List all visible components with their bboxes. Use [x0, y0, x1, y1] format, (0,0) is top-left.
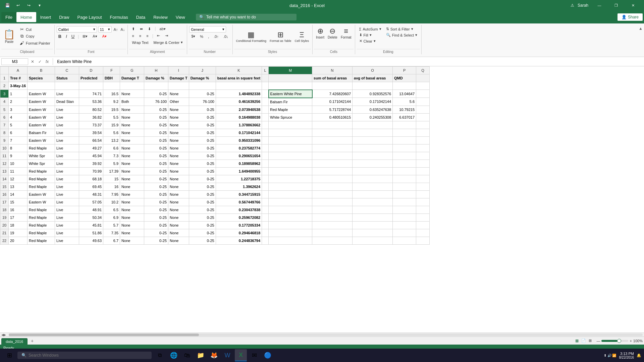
percent-button[interactable]: %: [198, 34, 205, 39]
cell[interactable]: 19: [9, 229, 28, 237]
minimize-button[interactable]: —: [592, 0, 607, 11]
cell[interactable]: 0.164988038: [216, 113, 262, 121]
cell[interactable]: [353, 129, 393, 136]
cell[interactable]: [262, 198, 269, 206]
row-header-20[interactable]: 20: [0, 221, 9, 229]
cell[interactable]: 6: [9, 129, 28, 136]
row-header-1[interactable]: 1: [0, 74, 9, 82]
cell[interactable]: 5: [9, 121, 28, 129]
underline-button[interactable]: U: [70, 34, 76, 39]
normal-view-button[interactable]: ▦: [575, 338, 579, 344]
cell[interactable]: 0.237582774: [216, 144, 262, 152]
insert-cell-button[interactable]: ⊕ Insert: [315, 26, 326, 47]
cell[interactable]: None: [120, 214, 144, 221]
cell[interactable]: Red Maple: [28, 175, 55, 183]
cell[interactable]: 1.3962624: [216, 183, 262, 190]
menu-view[interactable]: View: [172, 12, 189, 22]
col-header-A[interactable]: A: [9, 67, 28, 74]
row-header-2[interactable]: 2: [0, 82, 9, 90]
comma-button[interactable]: ,: [206, 34, 211, 39]
cell[interactable]: 0-25: [189, 152, 216, 160]
cell[interactable]: [393, 229, 416, 237]
align-middle-button[interactable]: ⬌: [138, 26, 145, 32]
cell[interactable]: 0-25: [144, 129, 168, 136]
cell[interactable]: Red Maple: [28, 144, 55, 152]
taskbar-store-button[interactable]: 🛍: [181, 349, 193, 351]
cell[interactable]: Live: [55, 214, 79, 221]
align-left-button[interactable]: ≡: [130, 33, 136, 39]
cell[interactable]: 0.928352576: [353, 90, 393, 98]
decrease-indent-button[interactable]: ⇤: [155, 33, 162, 39]
cell[interactable]: [79, 82, 103, 90]
align-right-button[interactable]: ≡: [144, 33, 150, 39]
cell[interactable]: [168, 82, 189, 90]
cell[interactable]: [393, 152, 416, 160]
align-top-button[interactable]: ⬆: [130, 26, 137, 32]
cell[interactable]: Balsam Fir: [269, 98, 312, 106]
cell[interactable]: 0-25: [144, 167, 168, 175]
fill-color-button[interactable]: A▾: [91, 34, 99, 39]
cell[interactable]: 70.99: [79, 167, 103, 175]
taskbar-chrome-button[interactable]: 🔵: [262, 349, 274, 351]
align-bottom-button[interactable]: ⬇: [146, 26, 153, 32]
cell[interactable]: QMD: [393, 74, 416, 82]
cell[interactable]: 74.71: [79, 90, 103, 98]
cell[interactable]: [269, 144, 312, 152]
cell[interactable]: 6.7: [103, 237, 120, 244]
cell[interactable]: 0-25: [144, 175, 168, 183]
cell[interactable]: [312, 229, 353, 237]
fill-button[interactable]: ⬇ Fill▾: [357, 32, 383, 38]
cell[interactable]: Damage %: [189, 74, 216, 82]
cell[interactable]: Red Maple: [269, 106, 312, 113]
cell[interactable]: Dead Stan: [55, 98, 79, 106]
task-view-button[interactable]: ⧉: [153, 349, 166, 351]
cell[interactable]: [353, 214, 393, 221]
cell[interactable]: White Spr: [28, 160, 55, 167]
cell-styles-button[interactable]: Ξ Cell Styles: [293, 26, 310, 47]
cell[interactable]: Live: [55, 90, 79, 98]
cell[interactable]: [393, 121, 416, 129]
borders-button[interactable]: ⊞▾: [80, 34, 90, 39]
dollar-button[interactable]: $▾: [189, 34, 197, 39]
cell[interactable]: None: [168, 106, 189, 113]
restore-button[interactable]: ❐: [608, 0, 624, 11]
cell[interactable]: None: [120, 206, 144, 214]
cell[interactable]: None: [120, 121, 144, 129]
col-header-I[interactable]: I: [168, 67, 189, 74]
cell[interactable]: Balsam Fir: [28, 129, 55, 136]
menu-file[interactable]: File: [1, 12, 16, 22]
cell[interactable]: [269, 152, 312, 160]
cell[interactable]: Predicted: [79, 74, 103, 82]
cell[interactable]: 0.344715915: [216, 190, 262, 198]
cell[interactable]: Live: [55, 221, 79, 229]
cell[interactable]: 19.5: [103, 106, 120, 113]
col-header-P[interactable]: P: [393, 67, 416, 74]
cell[interactable]: [416, 144, 430, 152]
cell[interactable]: 0-25: [144, 214, 168, 221]
cell[interactable]: 7: [9, 136, 28, 144]
cell[interactable]: 18: [9, 221, 28, 229]
cell[interactable]: 0.461639256: [216, 98, 262, 106]
cell[interactable]: [312, 152, 353, 160]
col-header-M[interactable]: M: [269, 67, 312, 74]
cell[interactable]: 0-25: [144, 190, 168, 198]
cell[interactable]: 0-25: [189, 221, 216, 229]
cell[interactable]: [353, 229, 393, 237]
cell[interactable]: None: [120, 237, 144, 244]
cell[interactable]: [353, 160, 393, 167]
cell[interactable]: [262, 90, 269, 98]
cell[interactable]: 15: [103, 175, 120, 183]
cell[interactable]: [269, 214, 312, 221]
italic-button[interactable]: I: [64, 34, 69, 39]
cell[interactable]: Damage %: [144, 74, 168, 82]
cell[interactable]: [269, 206, 312, 214]
cell[interactable]: 0-25: [144, 237, 168, 244]
menu-insert[interactable]: Insert: [36, 12, 55, 22]
increase-indent-button[interactable]: ⇥: [163, 33, 170, 39]
cell[interactable]: [262, 183, 269, 190]
cell[interactable]: 1.378863662: [216, 121, 262, 129]
cell[interactable]: None: [168, 167, 189, 175]
cell[interactable]: [55, 82, 79, 90]
menu-formulas[interactable]: Formulas: [106, 12, 132, 22]
cell[interactable]: 6.637017: [393, 113, 416, 121]
